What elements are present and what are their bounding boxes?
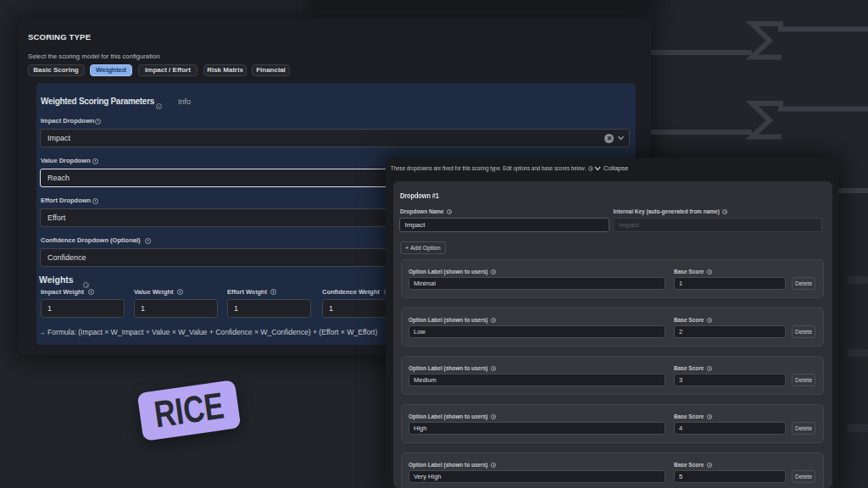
- svg-text:RICE: RICE: [152, 385, 226, 435]
